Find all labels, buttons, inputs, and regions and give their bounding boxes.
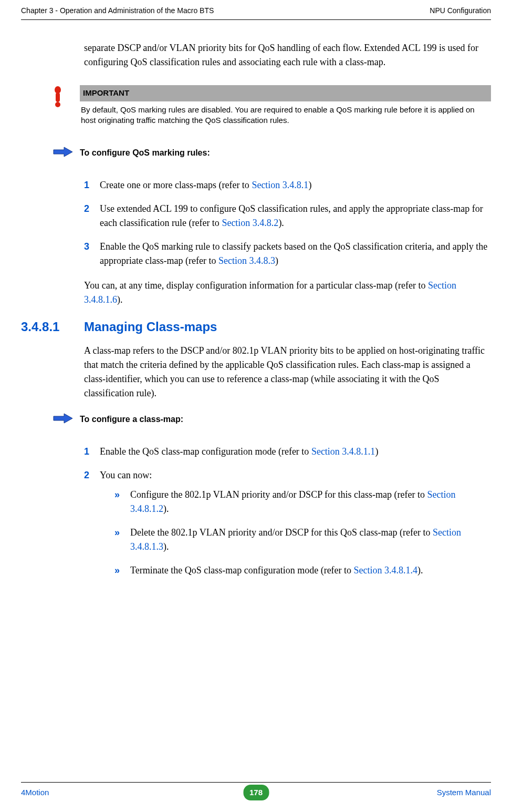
xref-link[interactable]: Section 3.4.8.1.4 — [354, 565, 418, 575]
xref-link[interactable]: Section 3.4.8.1 — [252, 180, 308, 190]
step-number: 2 — [84, 202, 92, 230]
chevron-icon: » — [114, 488, 123, 516]
footer-left: 4Motion — [21, 787, 49, 799]
header-left: Chapter 3 - Operation and Administration… — [21, 5, 214, 16]
list-item: 2 You can now: » Configure the 802.1p VL… — [84, 468, 491, 587]
xref-link[interactable]: Section 3.4.8.3 — [218, 255, 275, 266]
list-item: 1 Create one or more class-maps (refer t… — [84, 178, 491, 192]
arrow-right-icon — [53, 411, 74, 429]
svg-point-2 — [55, 102, 60, 107]
important-icon — [53, 85, 74, 111]
xref-link[interactable]: Section 3.4.8.1.1 — [311, 446, 375, 457]
intro-paragraph: separate DSCP and/or VLAN priority bits … — [84, 41, 491, 69]
section-number: 3.4.8.1 — [21, 317, 68, 336]
list-item: 1 Enable the QoS class-map configuration… — [84, 445, 491, 459]
header-right: NPU Configuration — [430, 5, 491, 16]
body-paragraph: You can, at any time, display configurat… — [84, 279, 491, 307]
page-number-badge: 178 — [243, 785, 269, 801]
xref-link[interactable]: Section 3.4.8.2 — [222, 218, 278, 228]
procedure2-list: 1 Enable the QoS class-map configuration… — [84, 445, 491, 587]
svg-marker-4 — [54, 414, 72, 423]
important-body: By default, QoS marking rules are disabl… — [80, 101, 491, 129]
list-item: » Terminate the QoS class-map configurat… — [114, 563, 491, 578]
page-footer: 4Motion 178 System Manual — [21, 782, 491, 799]
procedure1-list: 1 Create one or more class-maps (refer t… — [84, 178, 491, 268]
section-body: A class-map refers to the DSCP and/or 80… — [84, 344, 491, 400]
svg-marker-3 — [54, 147, 72, 157]
svg-rect-1 — [56, 92, 60, 102]
chevron-icon: » — [114, 563, 123, 578]
page-header: Chapter 3 - Operation and Administration… — [21, 5, 491, 20]
step-number: 1 — [84, 445, 92, 459]
list-item: 3 Enable the QoS marking rule to classif… — [84, 240, 491, 268]
procedure-title: To configure QoS marking rules: — [80, 145, 210, 159]
step-number: 2 — [84, 468, 92, 587]
procedure-title: To configure a class-map: — [80, 411, 183, 426]
content-column: separate DSCP and/or VLAN priority bits … — [84, 41, 491, 587]
footer-right: System Manual — [437, 787, 491, 799]
list-item: » Configure the 802.1p VLAN priority and… — [114, 488, 491, 516]
procedure-qos-marking: To configure QoS marking rules: — [53, 145, 491, 162]
important-callout: IMPORTANT By default, QoS marking rules … — [53, 85, 491, 129]
list-item: 2 Use extended ACL 199 to configure QoS … — [84, 202, 491, 230]
section-heading: 3.4.8.1 Managing Class-maps — [21, 317, 491, 336]
arrow-right-icon — [53, 145, 74, 162]
sub-list: » Configure the 802.1p VLAN priority and… — [100, 488, 491, 578]
list-item: » Delete the 802.1p VLAN priority and/or… — [114, 526, 491, 554]
step-number: 3 — [84, 240, 92, 268]
svg-point-0 — [55, 86, 61, 94]
step-number: 1 — [84, 178, 92, 192]
important-label: IMPORTANT — [80, 85, 491, 101]
chevron-icon: » — [114, 526, 123, 554]
section-title: Managing Class-maps — [84, 317, 217, 336]
procedure-class-map: To configure a class-map: — [53, 411, 491, 429]
